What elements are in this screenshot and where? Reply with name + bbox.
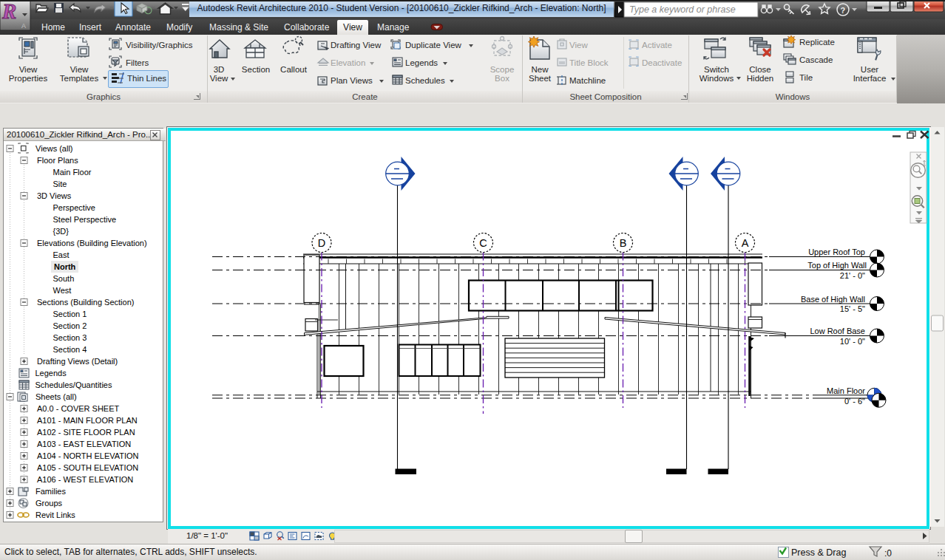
svg-text:Main Floor: Main Floor: [827, 386, 865, 395]
svg-text:A: A: [742, 237, 749, 249]
svg-text:?: ?: [841, 6, 846, 15]
svg-text:Base of High Wall: Base of High Wall: [801, 295, 865, 304]
svg-text:A: A: [21, 22, 26, 30]
svg-text:Type a keyword or phrase: Type a keyword or phrase: [629, 4, 736, 15]
svg-text:Low Roof Base: Low Roof Base: [810, 327, 865, 335]
svg-text:Top of High Wall: Top of High Wall: [807, 261, 867, 270]
svg-text:10' - 0": 10' - 0": [840, 337, 865, 346]
svg-text:C: C: [479, 237, 487, 249]
svg-text:15' - 5": 15' - 5": [840, 304, 865, 313]
svg-text:B: B: [620, 237, 627, 249]
svg-text:21' - 0": 21' - 0": [840, 271, 865, 280]
svg-text:0' - 6": 0' - 6": [844, 397, 865, 406]
svg-text:D: D: [318, 237, 325, 249]
svg-text:Upper Roof Top: Upper Roof Top: [808, 247, 865, 256]
svg-text:R: R: [1, 0, 16, 23]
